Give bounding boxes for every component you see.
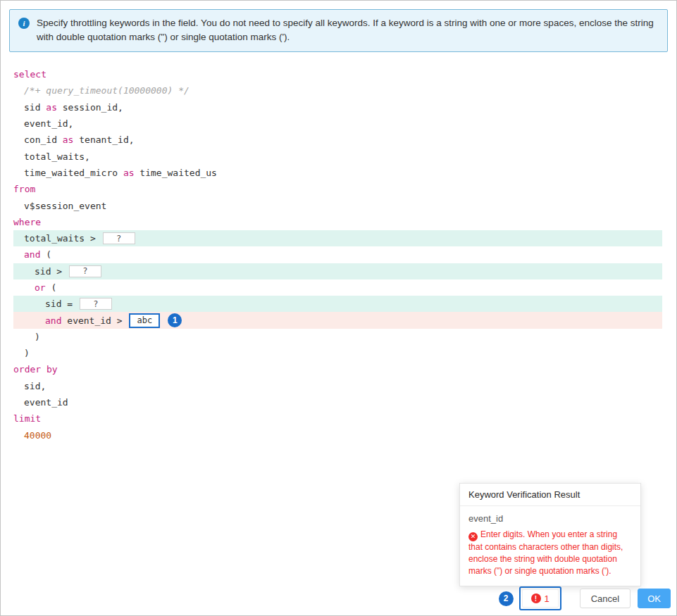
sql-line: order by <box>13 361 662 377</box>
sql-line: sid, <box>13 378 662 394</box>
sql-token: order by <box>13 364 58 375</box>
sql-token: sid, <box>24 381 46 391</box>
sql-token: ) <box>24 348 30 358</box>
sql-line: con_id as tenant_id, <box>13 132 662 148</box>
footer: 2 ! 1 Cancel OK <box>499 586 671 610</box>
sql-token: as <box>46 102 57 113</box>
sql-line: where <box>13 214 662 230</box>
sql-line: total_waits, <box>13 148 662 164</box>
sql-token: event_id, <box>24 118 73 129</box>
sql-token: v$session_event <box>24 201 106 211</box>
sql-editor: select/*+ query_timeout(10000000) */sid … <box>1 66 676 444</box>
sql-token: and <box>45 315 61 326</box>
sql-token: /*+ query_timeout(10000000) */ <box>24 85 190 96</box>
sql-token: time_waited_micro <box>24 168 123 178</box>
sql-line: total_waits > ? <box>13 230 662 246</box>
sql-line: event_id, <box>13 115 662 132</box>
sql-line: sid = ? <box>13 296 662 312</box>
sql-token: con_id <box>24 134 63 145</box>
sql-line: select <box>13 66 662 82</box>
info-banner: i Specify throttling keywords in the fie… <box>9 9 668 52</box>
sql-line: and event_id > abc1 <box>13 312 662 328</box>
sql-token: sid > <box>35 266 68 277</box>
sql-token: sid <box>24 102 46 113</box>
sql-line: sid as session_id, <box>13 99 662 115</box>
sql-token: ) <box>35 332 40 342</box>
sql-token: event_id > <box>61 315 128 326</box>
callout-2-badge: 2 <box>499 591 514 606</box>
keyword-input-total-waits[interactable]: ? <box>103 232 135 244</box>
sql-line: event_id <box>13 394 662 410</box>
info-banner-text: Specify throttling keywords in the field… <box>37 16 657 44</box>
keyword-input-sid-gt[interactable]: ? <box>69 265 101 277</box>
callout-1-badge: 1 <box>168 313 182 327</box>
popover-title: Keyword Verification Result <box>460 484 640 506</box>
sql-line: ) <box>13 345 662 361</box>
sql-line: limit <box>13 410 662 427</box>
popover-body: event_id ✕Enter digits. When you enter a… <box>460 506 640 586</box>
sql-token: event_id <box>24 397 68 408</box>
sql-token: as <box>63 134 74 145</box>
sql-token: sid = <box>45 298 78 309</box>
error-count: 1 <box>545 593 549 604</box>
popover-keyword: event_id <box>468 513 632 524</box>
error-count-button[interactable]: ! 1 <box>522 589 559 608</box>
ok-button[interactable]: OK <box>638 589 671 608</box>
cancel-button[interactable]: Cancel <box>580 589 631 608</box>
sql-token: time_waited_us <box>135 168 217 178</box>
keyword-input-sid-eq[interactable]: ? <box>80 298 112 310</box>
sql-line: v$session_event <box>13 197 662 213</box>
sql-line: time_waited_micro as time_waited_us <box>13 165 662 181</box>
sql-token: ( <box>40 249 51 260</box>
sql-line: from <box>13 181 662 197</box>
sql-token: from <box>13 184 35 194</box>
sql-token: select <box>13 69 46 80</box>
info-icon: i <box>18 18 30 29</box>
sql-line: /*+ query_timeout(10000000) */ <box>13 82 662 99</box>
sql-token: as <box>123 168 135 178</box>
sql-token: total_waits > <box>24 233 101 244</box>
circle-x-icon: ✕ <box>468 532 478 541</box>
sql-token: where <box>13 217 41 227</box>
sql-token: tenant_id, <box>73 134 134 145</box>
error-exclamation-icon: ! <box>531 593 541 603</box>
sql-line: sid > ? <box>13 263 662 279</box>
keyword-input-event-id[interactable]: abc <box>129 313 160 328</box>
popover-error-message: ✕Enter digits. When you enter a string t… <box>468 529 632 577</box>
sql-line: ) <box>13 329 662 345</box>
sql-line: 40000 <box>13 427 662 444</box>
sql-token: or <box>35 282 46 293</box>
sql-line: and ( <box>13 246 662 263</box>
sql-line: or ( <box>13 279 662 296</box>
sql-token: session_id, <box>57 102 123 113</box>
sql-token: total_waits, <box>24 151 90 162</box>
sql-token: ( <box>46 282 57 293</box>
sql-token: 40000 <box>24 430 51 441</box>
sql-token: limit <box>13 413 41 424</box>
sql-token: and <box>24 249 40 260</box>
keyword-verification-popover: Keyword Verification Result event_id ✕En… <box>459 483 641 586</box>
error-count-annotation: ! 1 <box>519 586 561 610</box>
